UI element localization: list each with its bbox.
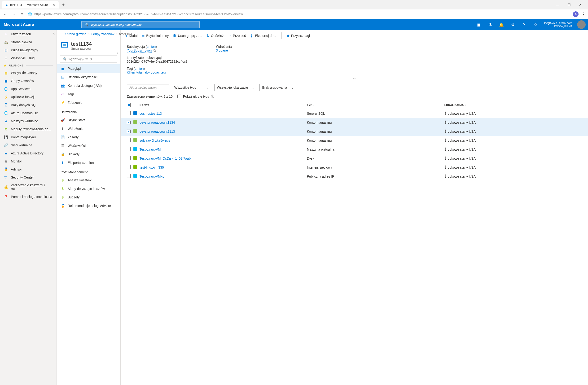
- col-location-header[interactable]: LOKALIZACJA: [444, 103, 464, 106]
- blade-menu-item[interactable]: ⬆Wdrożenia: [57, 124, 120, 133]
- table-row[interactable]: devstorageaccount2113 Konto magazynu Śro…: [121, 127, 588, 136]
- blade-search[interactable]: 🔍 Wyszukaj (Ctrl+/): [60, 56, 117, 62]
- blade-menu-item[interactable]: $Analiza kosztów: [57, 176, 120, 184]
- minimize-button[interactable]: —: [555, 3, 561, 7]
- copy-icon[interactable]: ⧉: [153, 48, 156, 52]
- row-checkbox[interactable]: [127, 111, 130, 115]
- nav-favorite-item[interactable]: ◆Azure Active Directory: [0, 149, 57, 157]
- table-row[interactable]: devstorageaccount1134 Konto magazynu Śro…: [121, 118, 588, 127]
- resource-name-link[interactable]: test-linux-vm330: [140, 165, 307, 169]
- table-row[interactable]: cosmostest113 Serwer SQL Środkowe stany …: [121, 109, 588, 118]
- browser-tab[interactable]: ▲ test1134 — Microsoft Azure ✕: [2, 1, 59, 8]
- profile-avatar[interactable]: A: [573, 11, 579, 17]
- resource-name-link[interactable]: Test-Linux-VM-ip: [140, 175, 307, 178]
- deployments-link[interactable]: 3 udane: [216, 48, 228, 52]
- nav-favorite-item[interactable]: ⚖Moduły równoważenia ob...: [0, 125, 57, 133]
- url-bar[interactable]: 🌐 https://portal.azure.com/#@yourcompany…: [28, 12, 570, 16]
- row-checkbox[interactable]: [127, 156, 130, 160]
- row-checkbox[interactable]: [127, 174, 130, 178]
- close-icon[interactable]: ✕: [53, 3, 55, 7]
- row-checkbox[interactable]: [127, 165, 130, 169]
- nav-favorite-item[interactable]: 🛡Security Center: [0, 173, 57, 181]
- reload-button[interactable]: ⟳: [20, 11, 25, 17]
- show-hidden-checkbox[interactable]: [177, 95, 181, 98]
- col-type-header[interactable]: TYP: [307, 103, 313, 106]
- export-button[interactable]: ⭳Eksportuj do...: [250, 34, 276, 38]
- table-row[interactable]: Test-Linux-VM-ip Publiczny adres IP Środ…: [121, 172, 588, 181]
- global-search[interactable]: 🔍 Wyszukaj zasoby, usługi i dokumenty: [81, 21, 200, 28]
- type-filter-select[interactable]: Wszystkie typy⌄: [172, 84, 212, 91]
- blade-menu-item[interactable]: 👥Kontrola dostępu (IAM): [57, 81, 120, 90]
- forward-button[interactable]: →: [11, 11, 17, 17]
- collapse-essentials-icon[interactable]: ︽: [121, 75, 588, 81]
- row-checkbox[interactable]: [127, 130, 130, 133]
- blade-menu-item[interactable]: $Alerty dotyczące kosztów: [57, 184, 120, 193]
- menu-icon[interactable]: ⋮: [581, 12, 586, 17]
- table-row[interactable]: test-linux-vm330 Interfejs sieciowy Środ…: [121, 163, 588, 172]
- settings-icon[interactable]: ⚙: [507, 19, 519, 30]
- nav-home[interactable]: 🏠 Strona główna: [0, 38, 57, 46]
- nav-favorite-item[interactable]: ▦Wszystkie zasoby: [0, 69, 57, 77]
- row-checkbox[interactable]: [127, 138, 130, 142]
- blade-menu-item[interactable]: 🏅Rekomendacje usługi Advisor: [57, 202, 120, 210]
- cloud-shell-icon[interactable]: ▣: [473, 19, 484, 30]
- blade-menu-item[interactable]: ▣Przegląd: [57, 64, 120, 73]
- subscription-link[interactable]: YourSubscription: [127, 48, 152, 53]
- resource-name-link[interactable]: Test-Linux-VM_OsDisk_1_02f7aabf...: [140, 157, 307, 160]
- notifications-icon[interactable]: 🔔: [496, 19, 507, 30]
- select-all-checkbox[interactable]: [127, 103, 130, 107]
- nav-favorite-item[interactable]: 💾Konta magazynu: [0, 133, 57, 141]
- row-checkbox[interactable]: [127, 121, 130, 124]
- table-row[interactable]: Test-Linux-VM_OsDisk_1_02f7aabf... Dysk …: [121, 154, 588, 163]
- blade-menu-item[interactable]: ☰Właściwości: [57, 142, 120, 150]
- nav-favorite-item[interactable]: 🏅Advisor: [0, 165, 57, 173]
- user-avatar-icon[interactable]: [577, 20, 586, 29]
- resource-name-link[interactable]: sqlvaaw6hxka5wzsjs: [140, 139, 307, 142]
- back-button[interactable]: ←: [2, 11, 8, 17]
- add-tags-link[interactable]: Kliknij tutaj, aby dodać tagi: [127, 70, 166, 74]
- collapse-blade-icon[interactable]: 《: [116, 51, 119, 55]
- resource-name-link[interactable]: devstorageaccount1134: [140, 121, 307, 124]
- nav-favorite-item[interactable]: ⚡Aplikacja funkcji: [0, 93, 57, 101]
- resource-name-link[interactable]: Test-Linux-VM: [140, 148, 307, 151]
- blade-menu-item[interactable]: $Budżety: [57, 193, 120, 202]
- move-button[interactable]: →Przenieś: [228, 34, 246, 38]
- help-icon[interactable]: ?: [519, 19, 530, 30]
- nav-all-services[interactable]: ☰ Wszystkie usługi: [0, 54, 57, 62]
- blade-menu-item[interactable]: ⬇Eksportuj szablon: [57, 159, 120, 167]
- change-tags-link[interactable]: zmień: [135, 67, 144, 70]
- nav-favorite-item[interactable]: ▣Grupy zasobów: [0, 77, 57, 85]
- close-window-button[interactable]: ✕: [578, 3, 583, 7]
- grouping-select[interactable]: Brak grupowania⌄: [259, 84, 296, 91]
- blade-menu-item[interactable]: ⚡Zdarzenia: [57, 98, 120, 107]
- info-icon[interactable]: ⓘ: [211, 94, 214, 99]
- blade-menu-item[interactable]: 📄Zasady: [57, 133, 120, 142]
- collapse-nav-icon[interactable]: 《: [52, 31, 55, 36]
- nav-favorite-item[interactable]: 🖥Maszyny wirtualne: [0, 117, 57, 125]
- nav-favorite-item[interactable]: 🔗Sieci wirtualne: [0, 141, 57, 149]
- new-tab-button[interactable]: +: [60, 1, 67, 8]
- change-subscription-link[interactable]: zmień: [147, 45, 156, 48]
- blade-menu-item[interactable]: 🏷Tagi: [57, 90, 120, 98]
- nav-favorite-item[interactable]: 🌐App Services: [0, 85, 57, 93]
- nav-favorite-item[interactable]: 💰Zarządzanie kosztami i roz...: [0, 181, 57, 193]
- delete-button[interactable]: 🗑Usuń grupę za...: [173, 34, 202, 38]
- maximize-button[interactable]: ☐: [566, 3, 572, 7]
- blade-menu-item[interactable]: 🚀Szybki start: [57, 116, 120, 124]
- name-filter-input[interactable]: Filtruj według nazwy...: [127, 84, 169, 91]
- nav-favorite-item[interactable]: 🌐Azure Cosmos DB: [0, 109, 57, 117]
- assign-tags-button[interactable]: ◆Przypisz tagi: [287, 34, 310, 38]
- nav-favorite-item[interactable]: 🗄Bazy danych SQL: [0, 101, 57, 109]
- user-menu[interactable]: Ty@twoja_firma.com TWOJA_FIRMA: [541, 21, 575, 28]
- row-checkbox[interactable]: [127, 147, 130, 151]
- feedback-icon[interactable]: ☺: [530, 19, 541, 30]
- edit-columns-button[interactable]: ≣Edytuj kolumny: [142, 34, 169, 38]
- refresh-button[interactable]: ↻Odśwież: [207, 34, 224, 38]
- brand[interactable]: Microsoft Azure: [4, 22, 34, 27]
- nav-favorite-item[interactable]: ❓Pomoc i obsługa techniczna: [0, 193, 57, 201]
- directory-filter-icon[interactable]: ⚗: [484, 19, 496, 30]
- col-name-header[interactable]: NAZWA: [140, 103, 149, 106]
- table-row[interactable]: Test-Linux-VM Maszyna wirtualna Środkowe…: [121, 145, 588, 154]
- location-filter-select[interactable]: Wszystkie lokalizacje⌄: [214, 84, 257, 91]
- resource-name-link[interactable]: cosmostest113: [140, 112, 307, 115]
